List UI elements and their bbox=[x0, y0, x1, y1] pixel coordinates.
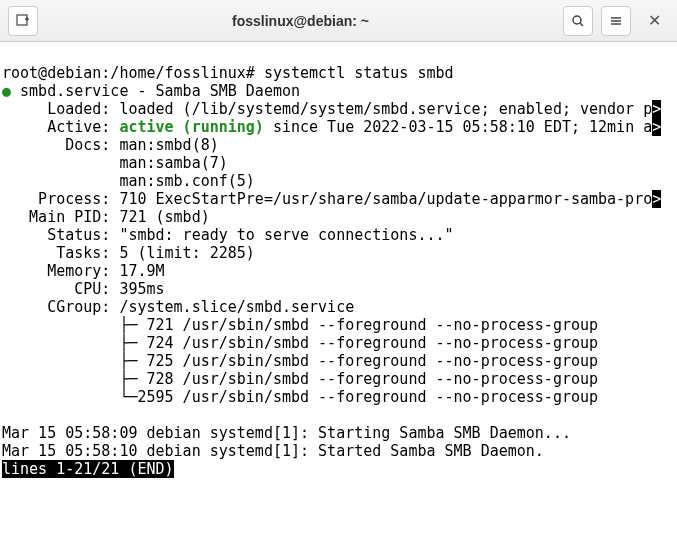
terminal-output[interactable]: root@debian:/home/fosslinux# systemctl s… bbox=[0, 42, 677, 482]
status-line: Status: "smbd: ready to serve connection… bbox=[2, 226, 454, 244]
memory-line: Memory: 17.9M bbox=[2, 262, 165, 280]
menu-button[interactable] bbox=[601, 6, 631, 36]
pager-status: lines 1-21/21 (END) bbox=[2, 460, 174, 478]
log-line: Mar 15 05:58:10 debian systemd[1]: Start… bbox=[2, 442, 544, 460]
active-state: active (running) bbox=[119, 118, 264, 136]
cgroup-proc: ├─ 721 /usr/sbin/smbd --foreground --no-… bbox=[2, 316, 598, 334]
search-button[interactable] bbox=[563, 6, 593, 36]
svg-rect-0 bbox=[17, 15, 27, 25]
cgroup-proc: ├─ 724 /usr/sbin/smbd --foreground --no-… bbox=[2, 334, 598, 352]
svg-line-4 bbox=[580, 23, 583, 26]
cpu-line: CPU: 395ms bbox=[2, 280, 165, 298]
process-line: Process: 710 ExecStartPre=/usr/share/sam… bbox=[2, 190, 652, 208]
mainpid-line: Main PID: 721 (smbd) bbox=[2, 208, 210, 226]
service-name: smbd.service - Samba SMB Daemon bbox=[11, 82, 300, 100]
command: systemctl status smbd bbox=[264, 64, 454, 82]
close-button[interactable]: ✕ bbox=[639, 6, 669, 36]
log-line: Mar 15 05:58:09 debian systemd[1]: Start… bbox=[2, 424, 571, 442]
window-title: fosslinux@debian: ~ bbox=[46, 13, 555, 29]
docs-line: Docs: man:smbd(8) bbox=[2, 136, 219, 154]
status-dot: ● bbox=[2, 82, 11, 100]
new-tab-button[interactable] bbox=[8, 6, 38, 36]
trunc-marker: > bbox=[652, 100, 661, 118]
prompt: root@debian:/home/fosslinux# bbox=[2, 64, 264, 82]
active-label: Active: bbox=[2, 118, 119, 136]
window-titlebar: fosslinux@debian: ~ ✕ bbox=[0, 0, 677, 42]
trunc-marker: > bbox=[652, 118, 661, 136]
loaded-line: Loaded: loaded (/lib/systemd/system/smbd… bbox=[2, 100, 652, 118]
active-rest: since Tue 2022-03-15 05:58:10 EDT; 12min… bbox=[264, 118, 652, 136]
docs-line: man:samba(7) bbox=[2, 154, 228, 172]
cgroup-line: CGroup: /system.slice/smbd.service bbox=[2, 298, 354, 316]
cgroup-proc: └─2595 /usr/sbin/smbd --foreground --no-… bbox=[2, 388, 598, 406]
docs-line: man:smb.conf(5) bbox=[2, 172, 255, 190]
cgroup-proc: ├─ 728 /usr/sbin/smbd --foreground --no-… bbox=[2, 370, 598, 388]
tasks-line: Tasks: 5 (limit: 2285) bbox=[2, 244, 255, 262]
trunc-marker: > bbox=[652, 190, 661, 208]
svg-point-3 bbox=[573, 16, 581, 24]
cgroup-proc: ├─ 725 /usr/sbin/smbd --foreground --no-… bbox=[2, 352, 598, 370]
